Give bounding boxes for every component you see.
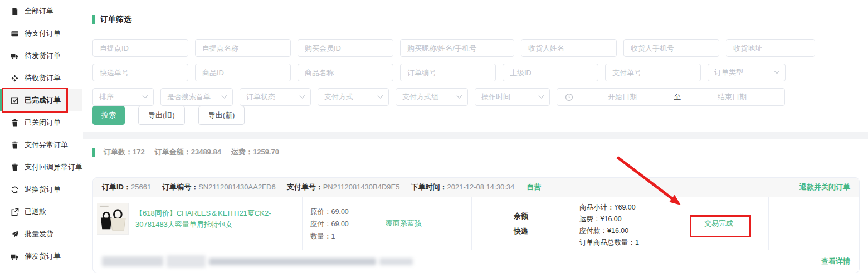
- summary-accent-bar: [92, 148, 95, 157]
- chevron-down-icon: [774, 68, 780, 74]
- order-type-select[interactable]: 订单类型: [708, 64, 786, 81]
- redacted-address: [102, 255, 413, 268]
- sidebar-item-payment-abnormal[interactable]: 支付异常订单: [0, 134, 82, 156]
- main-content: 订单筛选 订单类型 排序 是否搜索首单 订单状态 支付方式: [83, 0, 868, 277]
- sidebar-item-label: 批量发货: [25, 229, 53, 239]
- truck-icon: [11, 252, 19, 261]
- chevron-down-icon: [539, 93, 544, 98]
- original-price: 原价：69.00: [310, 206, 373, 218]
- pickup-name-input[interactable]: [195, 39, 291, 57]
- product-name-input[interactable]: [298, 64, 393, 81]
- end-date-placeholder[interactable]: 结束日期: [687, 92, 777, 102]
- sidebar-item-callback-abnormal[interactable]: 支付回调异常订单: [0, 156, 82, 178]
- order-time-field: 下单时间：2021-12-08 14:30:34: [411, 182, 515, 192]
- export-old-button[interactable]: 导出(旧): [138, 106, 185, 125]
- sidebar-item-label: 待收货订单: [25, 73, 61, 83]
- buyer-nickname-link[interactable]: 覆面系蓝孩: [386, 218, 422, 229]
- search-button[interactable]: 搜索: [92, 106, 125, 125]
- sidebar-item-closed-orders[interactable]: 已关闭订单: [0, 111, 82, 134]
- buyer-cell: 覆面系蓝孩: [373, 197, 471, 250]
- sidebar-item-label: 已关闭订单: [25, 118, 61, 128]
- view-details-link[interactable]: 查看详情: [821, 256, 850, 266]
- order-number-input[interactable]: [400, 64, 496, 81]
- selected-item-indicator: [0, 89, 2, 111]
- sidebar-item-pending-receipt[interactable]: 待收货订单: [0, 67, 82, 89]
- total-quantity: 订单商品总数量：1: [579, 237, 669, 249]
- order-card-header: 订单ID：25661 订单编号：SN2112081430AA2FD6 支付单号：…: [93, 178, 859, 197]
- sidebar-item-label: 已退款: [25, 207, 46, 217]
- actions-cell: [768, 197, 859, 250]
- sidebar-item-all-orders[interactable]: 全部订单: [0, 0, 82, 22]
- chevron-down-icon: [457, 93, 462, 98]
- order-status-text: 交易完成: [704, 218, 733, 229]
- clock-icon: [565, 93, 573, 101]
- shipping-fee: 运费：¥16.00: [579, 213, 669, 225]
- sidebar-item-completed-orders[interactable]: 已完成订单: [0, 89, 82, 111]
- title-accent-bar: [92, 15, 95, 24]
- chevron-down-icon: [222, 93, 227, 98]
- sort-select[interactable]: 排序: [92, 88, 154, 106]
- chevron-down-icon: [300, 93, 305, 98]
- subtotal: 商品小计：¥69.00: [579, 202, 669, 213]
- sidebar-item-label: 全部订单: [25, 6, 53, 16]
- sidebar-item-refunded[interactable]: 已退款: [0, 201, 82, 223]
- start-date-placeholder[interactable]: 开始日期: [578, 92, 667, 102]
- receiver-name-input[interactable]: [521, 39, 617, 57]
- section-divider: [83, 132, 868, 139]
- totals-cell: 商品小计：¥69.00 运费：¥16.00 应付款：¥16.00 订单商品总数量…: [570, 197, 669, 250]
- sidebar-item-label: 退换货订单: [25, 184, 61, 195]
- operation-time-select[interactable]: 操作时间: [475, 88, 550, 106]
- buyer-nickname-input[interactable]: [400, 39, 514, 57]
- buyer-member-id-input[interactable]: [298, 39, 393, 57]
- sidebar-item-return-exchange[interactable]: 退换货订单: [0, 178, 82, 201]
- product-id-input[interactable]: [195, 64, 291, 81]
- truck-icon: [11, 52, 19, 60]
- payment-method-group-select[interactable]: 支付方式组: [396, 88, 468, 106]
- order-summary-bar: 订单数：172 订单金额：23489.84 运费：1259.70: [92, 147, 284, 157]
- order-card: 订单ID：25661 订单编号：SN2112081430AA2FD6 支付单号：…: [92, 177, 860, 273]
- payment-method-select[interactable]: 支付方式: [318, 88, 389, 106]
- sidebar-item-pending-payment[interactable]: 待支付订单: [0, 22, 82, 45]
- order-status-select[interactable]: 订单状态: [240, 88, 311, 106]
- address-input[interactable]: [726, 39, 815, 57]
- first-order-select[interactable]: 是否搜索首单: [160, 88, 233, 106]
- refund-close-order-link[interactable]: 退款并关闭订单: [799, 182, 850, 192]
- file-icon: [11, 7, 19, 16]
- product-image: [97, 203, 129, 235]
- order-id-field: 订单ID：25661: [102, 182, 151, 192]
- sidebar-item-batch-shipment[interactable]: 批量发货: [0, 223, 82, 245]
- tracking-number-input[interactable]: [92, 64, 188, 81]
- receiver-phone-input[interactable]: [623, 39, 719, 57]
- order-count: 订单数：172: [104, 147, 145, 157]
- order-card-footer: 查看详情: [93, 250, 859, 273]
- filter-row-1: [92, 39, 815, 57]
- payable-price: 应付：69.00: [310, 218, 373, 230]
- sidebar-item-label: 待支付订单: [25, 28, 61, 38]
- delivery-method: 快递: [514, 223, 528, 239]
- sidebar-item-label: 已完成订单: [25, 95, 61, 105]
- refresh-icon: [11, 186, 19, 194]
- amount-payable: 应付款：¥16.00: [579, 225, 669, 237]
- shipping-total: 运费：1259.70: [231, 147, 279, 157]
- sidebar-item-pending-shipment[interactable]: 待发货订单: [0, 45, 82, 67]
- filter-row-2: 订单类型: [92, 64, 786, 81]
- filter-row-3: 排序 是否搜索首单 订单状态 支付方式 支付方式组 操作时间 开始日期 至 结束…: [92, 88, 785, 106]
- filter-title-text: 订单筛选: [100, 14, 131, 25]
- payment-number-field: 支付单号：PN2112081430B4D9E5: [287, 182, 400, 192]
- date-range-picker[interactable]: 开始日期 至 结束日期: [557, 88, 785, 106]
- payment-number-input[interactable]: [605, 64, 701, 81]
- status-cell: 交易完成: [669, 197, 768, 250]
- sidebar-item-label: 支付回调异常订单: [25, 162, 82, 172]
- export-new-button[interactable]: 导出(新): [198, 106, 245, 125]
- payment-method: 余额: [514, 208, 528, 223]
- parent-id-input[interactable]: [503, 64, 598, 81]
- trash-icon: [11, 163, 19, 172]
- order-number-field: 订单编号：SN2112081430AA2FD6: [162, 182, 276, 192]
- send-icon: [11, 230, 19, 239]
- product-title-link[interactable]: 【618同价】CHARLES＆KEITH21夏CK2-30781483大容量单肩…: [135, 208, 296, 250]
- handbag-photo: [97, 203, 128, 234]
- chevron-down-icon: [143, 93, 148, 98]
- pickup-id-input[interactable]: [92, 39, 188, 57]
- sidebar-item-urge-shipment[interactable]: 催发货订单: [0, 245, 82, 268]
- price-cell: 原价：69.00 应付：69.00 数量：1: [302, 197, 373, 250]
